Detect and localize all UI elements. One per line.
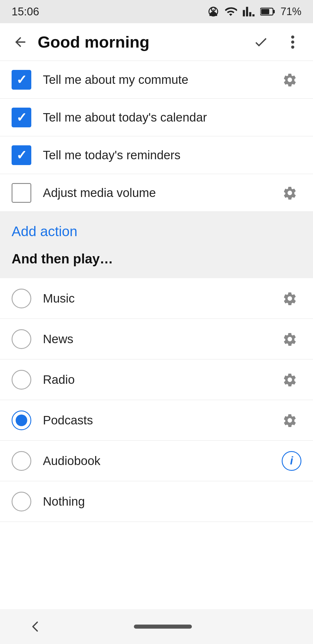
add-action-section: Add action [0, 212, 313, 245]
commute-label: Tell me about my commute [31, 73, 278, 87]
checkbox-list: ✓ Tell me about my commute ✓ Tell me abo… [0, 61, 313, 212]
radio-podcasts[interactable] [12, 410, 31, 430]
list-item: Adjust media volume [0, 174, 313, 212]
confirm-button[interactable] [249, 30, 272, 54]
svg-rect-2 [261, 9, 269, 14]
nav-back-button[interactable] [23, 615, 46, 638]
radio-item-music: Music [0, 278, 313, 319]
gear-news-button[interactable] [278, 328, 301, 351]
spacer [0, 522, 313, 580]
radio-item-nothing: Nothing [0, 481, 313, 522]
checkbox-calendar[interactable]: ✓ [12, 108, 31, 127]
back-button[interactable] [9, 30, 32, 54]
app-bar: Good morning [0, 23, 313, 61]
radio-item-news: News [0, 319, 313, 359]
radio-nothing[interactable] [12, 492, 31, 511]
reminders-label: Tell me today's reminders [31, 148, 301, 162]
radio-audiobook[interactable] [12, 451, 31, 471]
battery-icon [260, 6, 275, 17]
wifi-icon [224, 5, 237, 18]
podcasts-label: Podcasts [31, 413, 278, 427]
gear-music-button[interactable] [278, 287, 301, 310]
volume-label: Adjust media volume [31, 186, 278, 200]
signal-icon [242, 5, 255, 18]
checkbox-commute[interactable]: ✓ [12, 70, 31, 90]
info-audiobook-button[interactable]: i [282, 451, 301, 471]
radio-item-radio: Radio [0, 359, 313, 400]
alarm-icon [208, 6, 219, 17]
nothing-label: Nothing [31, 495, 301, 509]
svg-point-3 [291, 35, 294, 39]
radio-item-audiobook: Audiobook i [0, 441, 313, 481]
battery-percent: 71% [281, 6, 301, 18]
play-options-list: Music News Radio Podcasts Audiobook [0, 278, 313, 522]
list-item: ✓ Tell me today's reminders [0, 136, 313, 174]
add-action-button[interactable]: Add action [12, 224, 77, 239]
bottom-nav-bar [0, 609, 313, 644]
news-label: News [31, 332, 278, 346]
list-item: ✓ Tell me about today's calendar [0, 99, 313, 136]
play-section-header: And then play… [0, 245, 313, 278]
checkbox-reminders[interactable]: ✓ [12, 145, 31, 165]
page-title: Good morning [32, 32, 249, 51]
gear-radio-button[interactable] [278, 368, 301, 391]
checkbox-volume[interactable] [12, 183, 31, 203]
gear-volume-button[interactable] [278, 181, 301, 205]
play-header-text: And then play… [12, 251, 113, 266]
calendar-label: Tell me about today's calendar [31, 111, 301, 124]
radio-music[interactable] [12, 289, 31, 308]
music-label: Music [31, 292, 278, 305]
status-time: 15:06 [12, 6, 39, 18]
radio-item-podcasts: Podcasts [0, 400, 313, 441]
svg-point-4 [291, 40, 294, 44]
status-icons: 71% [208, 5, 301, 18]
gear-commute-button[interactable] [278, 68, 301, 91]
gear-podcasts-button[interactable] [278, 409, 301, 432]
app-bar-actions [249, 30, 304, 54]
list-item: ✓ Tell me about my commute [0, 61, 313, 99]
svg-rect-1 [273, 10, 275, 13]
status-bar: 15:06 71% [0, 0, 313, 23]
audiobook-label: Audiobook [31, 454, 282, 468]
radio-radio[interactable] [12, 370, 31, 390]
more-options-button[interactable] [281, 30, 304, 54]
radio-news[interactable] [12, 329, 31, 349]
svg-point-5 [291, 45, 294, 48]
radio-label: Radio [31, 373, 278, 387]
nav-home-pill[interactable] [134, 625, 192, 629]
